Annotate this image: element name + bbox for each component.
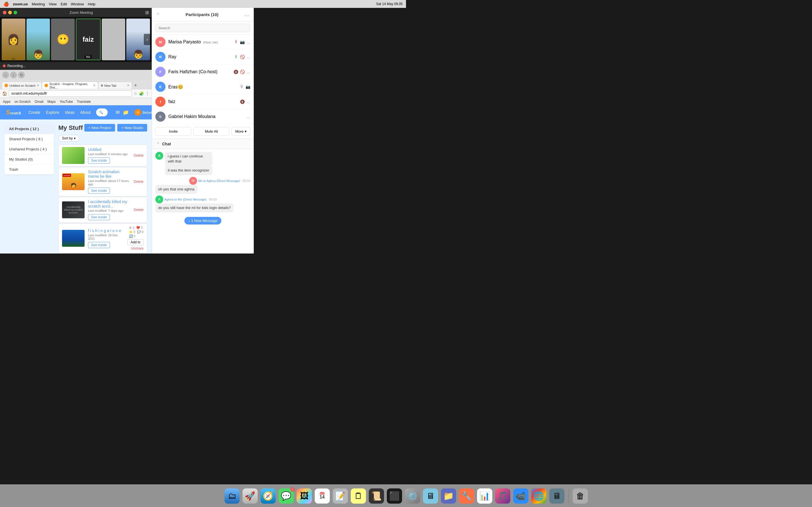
- sidebar-shared-projects[interactable]: Shared Projects ( 8 ): [4, 134, 54, 144]
- new-project-button[interactable]: + New Project: [84, 124, 115, 131]
- more-icon-ray[interactable]: …: [246, 55, 250, 59]
- zoom-grid-icon[interactable]: ⊞: [145, 10, 149, 15]
- search-input[interactable]: [155, 24, 250, 32]
- mic-off-icon-faiz[interactable]: 🔇: [240, 100, 245, 104]
- new-tab-button[interactable]: +: [132, 82, 139, 89]
- more-icon[interactable]: …: [246, 40, 250, 44]
- menubar-meeting[interactable]: Meeting: [32, 2, 45, 6]
- more-icon-faiz[interactable]: …: [246, 100, 250, 104]
- address-input[interactable]: [9, 91, 132, 97]
- messages-icon[interactable]: ✉: [116, 109, 120, 115]
- collapse-icon[interactable]: ⌃: [156, 12, 160, 17]
- tab-scratch[interactable]: 🟠 Scratch - Imagine, Program, Sha... ✕: [42, 82, 98, 89]
- scratch-user-menu[interactable]: B Bebekmini ▾: [135, 109, 152, 116]
- mic-icon-eras[interactable]: 🎙: [240, 84, 244, 89]
- bookmark-gmail[interactable]: Gmail: [35, 100, 43, 104]
- bookmark-apps[interactable]: Apps: [3, 100, 10, 104]
- folder-icon[interactable]: 📁: [123, 109, 129, 115]
- more-button[interactable]: More ▾: [232, 127, 250, 136]
- traffic-lights[interactable]: [3, 11, 17, 14]
- menubar-view[interactable]: View: [49, 2, 57, 6]
- video-thumb-1[interactable]: 👩: [2, 18, 26, 60]
- back-button[interactable]: ‹: [2, 71, 9, 78]
- menubar-window[interactable]: Window: [71, 2, 84, 6]
- mic-on-icon[interactable]: 🎙: [234, 55, 238, 59]
- mute-all-button[interactable]: Mute All: [193, 127, 229, 136]
- icons-marisa: 🎙 📷 …: [234, 40, 250, 44]
- minimize-button[interactable]: [8, 11, 12, 14]
- see-inside-1[interactable]: See inside: [88, 158, 110, 164]
- mic-off-icon[interactable]: 🎙: [234, 40, 238, 44]
- tab-close-2[interactable]: ✕: [93, 83, 96, 87]
- project-name-1[interactable]: Untitled: [88, 147, 130, 152]
- project-info-3: I accidentally killed my scratch acco...…: [88, 200, 130, 220]
- tab-close-3[interactable]: ✕: [127, 83, 130, 87]
- cam-icon-eras[interactable]: 📷: [246, 84, 250, 89]
- invite-button[interactable]: Invite: [155, 127, 191, 136]
- menubar-help[interactable]: Help: [88, 2, 96, 6]
- bookmark-translate[interactable]: Translate: [77, 100, 91, 104]
- mic-muted-icon[interactable]: 🔇: [234, 69, 238, 74]
- tab-untitled[interactable]: 🟠 Untitled on Scratch ✕: [2, 82, 42, 89]
- sidebar-trash[interactable]: Trash: [4, 165, 54, 175]
- scratch-search[interactable]: 🔍: [96, 108, 108, 116]
- menubar-app[interactable]: zoom.us: [13, 2, 28, 6]
- project-thumb-4: [62, 230, 85, 247]
- chat-collapse-icon[interactable]: ⌃: [156, 142, 160, 146]
- panel-options-icon[interactable]: …: [244, 11, 249, 17]
- cam-icon[interactable]: 📷: [240, 40, 245, 44]
- bookmark-youtube[interactable]: YouTube: [59, 100, 73, 104]
- new-message-banner[interactable]: ↓ 1 New Message: [185, 217, 221, 224]
- extensions-icon[interactable]: 🧩: [139, 91, 144, 96]
- video-next-button[interactable]: ›: [144, 34, 151, 45]
- delete-3[interactable]: Delete: [134, 208, 144, 212]
- bookmark-scratch[interactable]: on Scratch: [14, 100, 31, 104]
- close-button[interactable]: [3, 11, 6, 14]
- menu-icon[interactable]: ⋮: [146, 91, 149, 96]
- delete-2[interactable]: Delete: [134, 180, 144, 184]
- mystuff-actions: + New Project + New Studio: [84, 124, 147, 131]
- menubar-edit[interactable]: Edit: [61, 2, 67, 6]
- cam-off-icon[interactable]: 🚫: [240, 55, 245, 59]
- icons-faiz: 🔇 …: [240, 100, 250, 104]
- more-icon-gabriel[interactable]: …: [246, 114, 250, 119]
- see-inside-4[interactable]: See inside: [88, 242, 110, 248]
- sidebar-nav: All Projects ( 12 ) Shared Projects ( 8 …: [4, 124, 54, 175]
- more-chevron: ▾: [245, 129, 247, 133]
- new-studio-button[interactable]: + New Studio: [117, 124, 147, 131]
- scratch-nav-ideas[interactable]: Ideas: [65, 110, 74, 115]
- project-name-3[interactable]: I accidentally killed my scratch acco...: [88, 200, 130, 209]
- unshare-4[interactable]: Unshare: [131, 246, 144, 250]
- sidebar-my-studios[interactable]: My Studios (0): [4, 154, 54, 165]
- add-to-4[interactable]: Add to: [128, 239, 144, 245]
- video-thumb-faiz[interactable]: faiz faiz: [76, 18, 101, 60]
- refresh-button[interactable]: ↻: [18, 71, 25, 78]
- scratch-nav-about[interactable]: About: [80, 110, 91, 115]
- see-inside-2[interactable]: See inside: [88, 187, 110, 194]
- sidebar-unshared-projects[interactable]: Unshared Projects ( 4 ): [4, 144, 54, 154]
- tab-newtab[interactable]: ⊕ New Tab ✕: [98, 82, 132, 89]
- apple-menu[interactable]: 🍎: [3, 1, 9, 7]
- maximize-button[interactable]: [13, 11, 17, 14]
- scratch-nav-explore[interactable]: Explore: [46, 110, 59, 115]
- sort-by-button[interactable]: Sort by ▾: [58, 135, 79, 142]
- tab-close-1[interactable]: ✕: [37, 83, 39, 87]
- cam-off-icon-faris[interactable]: 🚫: [240, 69, 245, 74]
- forward-button[interactable]: ›: [10, 71, 17, 78]
- scratch-nav-create[interactable]: Create: [29, 110, 40, 115]
- delete-1[interactable]: Delete: [134, 154, 144, 158]
- see-inside-3[interactable]: See inside: [88, 214, 110, 220]
- home-icon[interactable]: 🏠: [2, 91, 7, 96]
- video-thumb-5[interactable]: [102, 18, 125, 60]
- more-icon-faris[interactable]: …: [246, 69, 250, 74]
- scratch-logo[interactable]: Scratch: [4, 108, 23, 117]
- project-name-2[interactable]: Scratch animation meme be like: [88, 170, 130, 179]
- video-thumb-3[interactable]: 😶: [51, 18, 75, 60]
- star-icon[interactable]: ☆: [134, 91, 137, 96]
- bookmark-maps[interactable]: Maps: [47, 100, 56, 104]
- tab-favicon-3: ⊕: [101, 83, 103, 87]
- video-thumb-2[interactable]: 👦: [27, 18, 50, 60]
- chat-dm-header-aghna: A Aghna to Me (Direct Message) 09.03: [155, 195, 217, 203]
- sidebar-all-projects[interactable]: All Projects ( 12 ): [4, 124, 54, 134]
- project-name-4[interactable]: f i s h i n g a l o n e: [88, 228, 124, 233]
